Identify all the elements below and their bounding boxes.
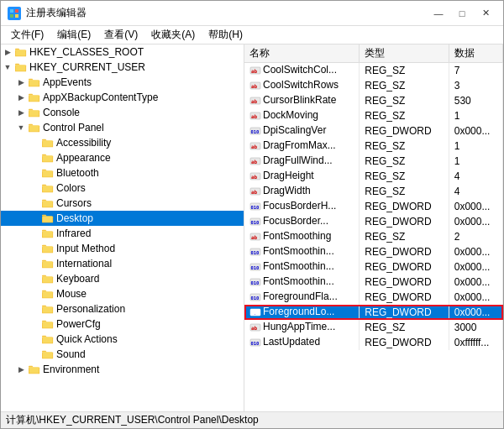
svg-text:010: 010 (251, 220, 260, 225)
menu-item[interactable]: 文件(F) (4, 26, 50, 44)
tree-node-classes_root[interactable]: ▶ HKEY_CLASSES_ROOT (1, 44, 244, 60)
svg-text:ab: ab (251, 113, 258, 119)
tree-node-accessibility[interactable]: Accessibility (1, 135, 244, 150)
tree-node-current_user[interactable]: ▼ HKEY_CURRENT_USER (1, 60, 244, 75)
folder-icon (41, 196, 55, 210)
tree-node-label: International (56, 258, 112, 269)
tree-node-environment[interactable]: ▶ Environment (1, 362, 244, 377)
tree-node-label: Colors (56, 182, 86, 194)
tree-node-label: AppEvents (43, 76, 92, 88)
table-row[interactable]: ab DragWidthREG_SZ4 (244, 184, 503, 199)
table-row[interactable]: ab DragFromMax...REG_SZ1 (244, 139, 503, 154)
tree-node-powercfg[interactable]: PowerCfg (1, 317, 244, 332)
table-row[interactable]: ab DockMovingREG_SZ1 (244, 108, 503, 123)
svg-rect-43 (43, 337, 52, 343)
value-type-icon: ab (249, 80, 261, 92)
svg-rect-41 (43, 322, 52, 327)
tree-node-sound[interactable]: Sound (1, 347, 244, 362)
status-bar: 计算机\HKEY_CURRENT_USER\Control Panel\Desk… (1, 411, 503, 428)
tree-node-personalization[interactable]: Personalization (1, 301, 244, 317)
tree-node-colors[interactable]: Colors (1, 180, 244, 196)
svg-text:ab: ab (251, 83, 258, 89)
svg-rect-35 (43, 276, 52, 282)
expander-icon[interactable]: ▶ (14, 365, 28, 374)
tree-node-quick_actions[interactable]: Quick Actions (1, 332, 244, 347)
folder-icon (14, 60, 28, 74)
tree-node-cursors[interactable]: Cursors (1, 196, 244, 211)
tree-node-console[interactable]: ▶ Console (1, 105, 244, 120)
maximize-button[interactable]: □ (451, 4, 473, 23)
value-type: REG_DWORD (360, 290, 449, 305)
menu-item[interactable]: 编辑(E) (50, 26, 97, 44)
window-title: 注册表编辑器 (26, 6, 428, 20)
menu-item[interactable]: 收藏夹(A) (144, 26, 202, 44)
value-data: 0x000... (449, 305, 502, 320)
tree-node-label: HKEY_CURRENT_USER (29, 61, 145, 73)
svg-text:010: 010 (251, 265, 260, 270)
tree-node-appearance[interactable]: Appearance (1, 150, 244, 165)
table-row[interactable]: ab DragFullWind...REG_SZ1 (244, 154, 503, 169)
expander-icon[interactable]: ▶ (1, 48, 14, 56)
table-row[interactable]: 010 ForegroundFla...REG_DWORD0x000... (244, 290, 503, 305)
table-row[interactable]: ab HungAppTime...REG_SZ3000 (244, 320, 503, 335)
value-name: 010 LastUpdated (244, 335, 360, 350)
svg-text:010: 010 (251, 129, 260, 134)
table-row[interactable]: ab CoolSwitchRowsREG_SZ3 (244, 78, 503, 93)
table-row[interactable]: ab CoolSwitchCol...REG_SZ7 (244, 63, 503, 78)
table-row[interactable]: 010 FocusBorderH...REG_DWORD0x000... (244, 199, 503, 214)
tree-pane[interactable]: ▶ HKEY_CLASSES_ROOT▼ HKEY_CURRENT_USER▶ … (1, 44, 244, 411)
value-type-icon: 010 (249, 246, 261, 258)
value-name: 010 ForegroundFla... (244, 290, 360, 305)
folder-icon (14, 45, 28, 59)
svg-rect-29 (43, 231, 52, 237)
tree-node-international[interactable]: International (1, 256, 244, 271)
table-row[interactable]: 010 DpiScalingVerREG_DWORD0x000... (244, 123, 503, 139)
value-name: 010 ForegroundLo... (244, 305, 360, 320)
value-data: 2 (449, 229, 502, 244)
value-type: REG_SZ (360, 169, 449, 184)
tree-node-control_panel[interactable]: ▼ Control Panel (1, 120, 244, 135)
tree-node-desktop[interactable]: Desktop (1, 211, 244, 226)
values-pane[interactable]: 名称 类型 数据 ab CoolSwitchCol...REG_SZ7 ab C… (244, 44, 503, 411)
tree-node-appevents[interactable]: ▶ AppEvents (1, 75, 244, 90)
table-row[interactable]: ab FontSmoothingREG_SZ2 (244, 229, 503, 244)
folder-icon (41, 242, 55, 255)
table-row[interactable]: 010 FontSmoothin...REG_DWORD0x000... (244, 244, 503, 259)
folder-icon (41, 272, 55, 285)
expander-icon[interactable]: ▶ (14, 93, 28, 102)
svg-rect-5 (16, 50, 25, 55)
table-row[interactable]: 010 FocusBorder...REG_DWORD0x000... (244, 214, 503, 229)
tree-node-input_method[interactable]: Input Method (1, 241, 244, 256)
value-type-icon: 010 (249, 306, 261, 318)
table-row[interactable]: 010 FontSmoothin...REG_DWORD0x000... (244, 275, 503, 290)
expander-icon[interactable]: ▼ (14, 123, 28, 132)
tree-node-label: Cursors (56, 197, 92, 209)
svg-rect-0 (10, 9, 13, 13)
minimize-button[interactable]: — (428, 4, 449, 23)
close-button[interactable]: ✕ (475, 4, 496, 23)
table-row[interactable]: ab DragHeightREG_SZ4 (244, 169, 503, 184)
menu-item[interactable]: 查看(V) (97, 26, 144, 44)
expander-icon[interactable]: ▶ (14, 108, 28, 117)
tree-node-label: HKEY_CLASSES_ROOT (29, 46, 144, 58)
tree-node-appxbackup[interactable]: ▶ AppXBackupContentType (1, 90, 244, 105)
value-name: 010 DpiScalingVer (244, 123, 360, 139)
tree-node-bluetooth[interactable]: Bluetooth (1, 165, 244, 180)
status-text: 计算机\HKEY_CURRENT_USER\Control Panel\Desk… (6, 413, 259, 427)
folder-icon (41, 227, 55, 240)
expander-icon[interactable]: ▼ (1, 63, 14, 71)
table-row[interactable]: 010 ForegroundLo...REG_DWORD0x000... (244, 305, 503, 320)
svg-rect-37 (43, 291, 52, 297)
value-name: ab HungAppTime... (244, 320, 360, 335)
table-row[interactable]: ab CursorBlinkRateREG_SZ530 (244, 93, 503, 108)
svg-rect-9 (29, 80, 39, 86)
tree-node-infrared[interactable]: Infrared (1, 226, 244, 241)
value-name: ab CoolSwitchCol... (244, 63, 360, 78)
menu-item[interactable]: 帮助(H) (202, 26, 249, 44)
tree-node-keyboard[interactable]: Keyboard (1, 271, 244, 286)
expander-icon[interactable]: ▶ (14, 78, 28, 86)
table-row[interactable]: 010 FontSmoothin...REG_DWORD0x000... (244, 259, 503, 275)
table-row[interactable]: 010 LastUpdatedREG_DWORD0xffffff... (244, 335, 503, 350)
tree-node-mouse[interactable]: Mouse (1, 286, 244, 301)
value-type: REG_DWORD (360, 259, 449, 275)
